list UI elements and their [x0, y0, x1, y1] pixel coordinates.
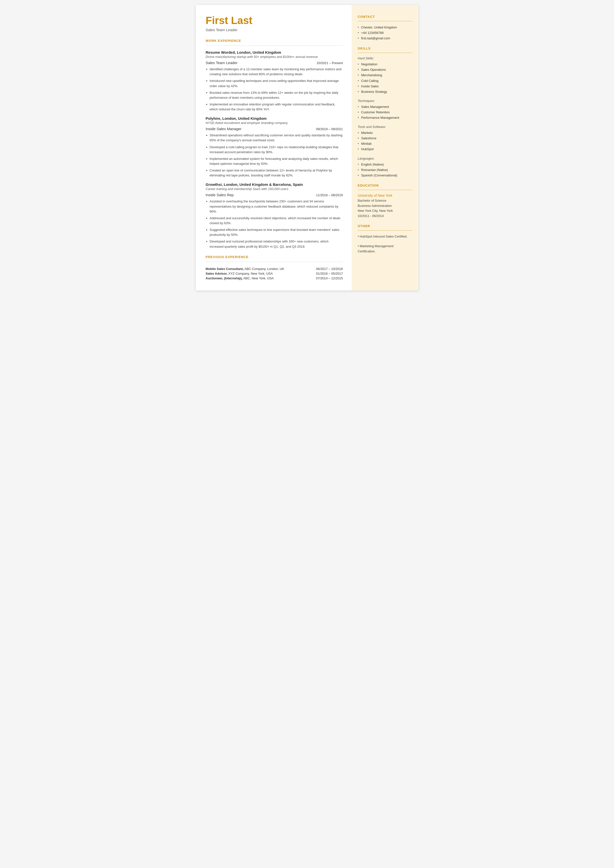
tool-3: Minitab [358, 141, 412, 146]
prev-experience-section-title: PREVIOUS EXPERIENCE [206, 255, 343, 259]
left-column: First Last Sales Team Leader WORK EXPERI… [196, 5, 352, 290]
bullet-3-4: Developed and nurtured professional rela… [206, 239, 343, 249]
language-2: Romanian (Native) [358, 167, 412, 173]
tools-label: Tools and Software: [358, 125, 412, 129]
edu-dates: 10/2011 - 06/2014 [358, 214, 412, 219]
bullet-3-2: Addressed and successfully resolved clie… [206, 216, 343, 226]
other-section: OTHER • HubSpot Inbound Sales Certified.… [358, 224, 412, 254]
company-rest-3: London, United Kingdom & Barcelona, Spai… [223, 182, 303, 186]
candidate-title: Sales Team Leader [206, 28, 343, 32]
bullet-list-1: Identified challenges of a 12-member sal… [206, 67, 343, 112]
techniques-list: Sales Management Customer Retention Perf… [358, 104, 412, 121]
bullet-1-3: Boosted sales revenue from 13% to 69% wi… [206, 90, 343, 100]
prev-exp-row-1: Mobile Sales Consultant, ABC Company, Lo… [206, 267, 343, 271]
technique-1: Sales Management [358, 104, 412, 110]
hard-skill-2: Sales Operations [358, 67, 412, 73]
other-bullet-1: • [358, 234, 360, 238]
contact-section: CONTACT Chester, United Kingdom +44 1234… [358, 15, 412, 41]
right-column: CONTACT Chester, United Kingdom +44 1234… [352, 5, 419, 290]
role-row-3: Inside Sales Rep 11/2018 – 08/2019 [206, 193, 343, 197]
prev-exp-date-1: 06/2017 – 10/2018 [308, 267, 343, 271]
other-item-2: • Marketing Management Certification. [358, 244, 412, 254]
company-bold-2: Polyhire, [206, 116, 221, 121]
bullet-2-2: Developed a cold calling program to trai… [206, 145, 343, 155]
edu-field: Business Administration [358, 203, 412, 209]
company-name-2: Polyhire, London, United Kingdom [206, 116, 343, 121]
company-name-1: Resume Worded, London, United Kingdom [206, 50, 343, 54]
bullet-1-2: Introduced new upselling techniques and … [206, 78, 343, 89]
prev-exp-row-3: Auctioneer, (Internship), ABC, New York,… [206, 276, 343, 281]
university-name: University of New York [358, 194, 412, 197]
company-bold-1: Resume Worded, [206, 50, 236, 54]
languages-label: Languages: [358, 157, 412, 160]
technique-3: Performance Management [358, 115, 412, 121]
other-bullet-2: • [358, 244, 360, 248]
company-name-3: Growthsi, London, United Kingdom & Barce… [206, 182, 343, 186]
company-desc-1: Drone manufacturing startup with 50+ emp… [206, 55, 343, 59]
prev-exp-title-3: Auctioneer, (Internship), ABC, New York,… [206, 276, 308, 281]
candidate-name: First Last [206, 15, 343, 26]
tool-4: HubSpot [358, 146, 412, 152]
role-title-3: Inside Sales Rep [206, 193, 234, 197]
job-block-3: Growthsi, London, United Kingdom & Barce… [206, 182, 343, 249]
contact-location: Chester, United Kingdom [358, 25, 412, 30]
education-title: EDUCATION [358, 183, 412, 187]
company-rest-2: London, United Kingdom [221, 116, 267, 121]
hard-skill-6: Business Strategy [358, 89, 412, 95]
prev-exp-date-3: 07/2014 – 12/2015 [308, 276, 343, 281]
role-date-3: 11/2018 – 08/2019 [316, 193, 343, 197]
work-experience-divider [206, 45, 343, 46]
prev-experience-divider [206, 262, 343, 262]
contact-list: Chester, United Kingdom +44 123456789 fi… [358, 25, 412, 41]
company-desc-3: Career training and membership SaaS with… [206, 187, 343, 191]
prev-exp-date-2: 01/2016 – 05/2017 [308, 271, 343, 276]
role-row-1: Sales Team Leader 10/2021 – Present [206, 61, 343, 65]
other-divider [358, 230, 412, 231]
tool-2: Salesforce [358, 136, 412, 141]
bullet-2-4: Created an open line of communication be… [206, 168, 343, 178]
role-date-1: 10/2021 – Present [316, 61, 343, 65]
hard-skills-list: Negotiation Sales Operations Merchandisi… [358, 62, 412, 95]
hard-skill-3: Merchandising [358, 73, 412, 78]
bullet-2-3: Implemented an automated system for fore… [206, 156, 343, 166]
contact-title: CONTACT [358, 15, 412, 19]
skills-divider [358, 53, 412, 53]
bullet-list-2: Streamlined operations without sacrifici… [206, 133, 343, 178]
company-bold-3: Growthsi, [206, 182, 223, 186]
edu-location: New York City, New York [358, 208, 412, 214]
job-block-1: Resume Worded, London, United Kingdom Dr… [206, 50, 343, 112]
edu-degree: Bachelor of Science [358, 198, 412, 203]
bullet-3-1: Assisted in overhauling the touchpoints … [206, 199, 343, 214]
skills-section: SKILLS Hard Skills: Negotiation Sales Op… [358, 47, 412, 178]
role-row-2: Inside Sales Manager 09/2019 – 09/2021 [206, 127, 343, 131]
role-date-2: 09/2019 – 09/2021 [316, 127, 343, 131]
work-experience-section-title: WORK EXPERIENCE [206, 39, 343, 43]
company-desc-2: NYSE-listed recruitment and employer bra… [206, 121, 343, 125]
role-title-1: Sales Team Leader [206, 61, 238, 65]
contact-email: first.last@gmail.com [358, 36, 412, 41]
tools-list: Marketo Salesforce Minitab HubSpot [358, 130, 412, 152]
job-block-2: Polyhire, London, United Kingdom NYSE-li… [206, 116, 343, 178]
prev-exp-row-2: Sales Advisor, XYZ Company, New York, US… [206, 271, 343, 276]
prev-exp-title-2: Sales Advisor, XYZ Company, New York, US… [206, 271, 308, 276]
tool-1: Marketo [358, 130, 412, 136]
technique-2: Customer Retention [358, 110, 412, 115]
prev-exp-table: Mobile Sales Consultant, ABC Company, Lo… [206, 267, 343, 281]
language-3: Spanish (Conversational) [358, 173, 412, 178]
contact-phone: +44 123456789 [358, 30, 412, 36]
resume-container: First Last Sales Team Leader WORK EXPERI… [196, 5, 419, 290]
education-section: EDUCATION University of New York Bachelo… [358, 183, 412, 219]
languages-list: English (Native) Romanian (Native) Spani… [358, 162, 412, 178]
role-title-2: Inside Sales Manager [206, 127, 242, 131]
skills-title: SKILLS [358, 47, 412, 50]
bullet-3-3: Suggested effective sales techniques to … [206, 227, 343, 237]
other-title: OTHER [358, 224, 412, 228]
bullet-1-1: Identified challenges of a 12-member sal… [206, 67, 343, 77]
other-item-1: • HubSpot Inbound Sales Certified. [358, 234, 412, 239]
hard-skill-5: Inside Sales [358, 84, 412, 89]
bullet-1-4: Implemented an innovative retention prog… [206, 102, 343, 112]
bullet-list-3: Assisted in overhauling the touchpoints … [206, 199, 343, 249]
hard-skill-4: Cold Calling [358, 78, 412, 84]
hard-skills-label: Hard Skills: [358, 56, 412, 60]
hard-skill-1: Negotiation [358, 62, 412, 67]
